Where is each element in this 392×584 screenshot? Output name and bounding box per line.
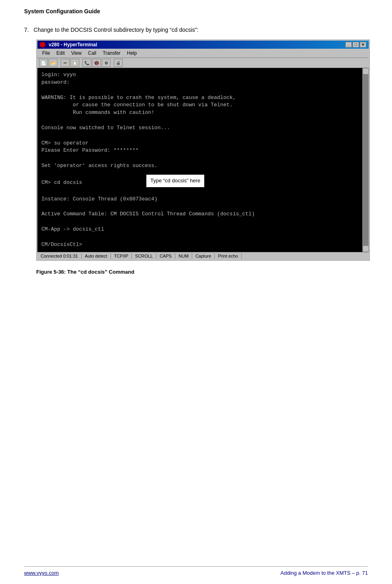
terminal-line-1: login: vyyo [41, 71, 357, 79]
annotation-text: Type “cd docsis” here [150, 177, 200, 184]
terminal-area[interactable]: login: vyyo password: WARNING: It is pos… [37, 68, 369, 252]
status-num: NUM [175, 253, 192, 259]
statusbar: Connected 0:01:31 Auto detect TCP/IP SCR… [37, 252, 369, 260]
footer-website[interactable]: www.vyyo.com [24, 570, 59, 576]
menu-help[interactable]: Help [124, 50, 140, 57]
terminal-line-11: Instance: Console Thread (0x8073eac4) [41, 196, 357, 203]
page-container: System Configuration Guide 7. Change to … [0, 0, 392, 303]
step-number: 7. [24, 27, 29, 33]
terminal-line-blank-1 [41, 87, 357, 94]
scroll-down-button[interactable]: ▼ [363, 246, 369, 252]
terminal-line-6: Console now switched to Telnet session..… [41, 124, 357, 132]
terminal-line-13: CM-App -> docsis_ctl [41, 226, 357, 233]
maximize-button[interactable]: □ [353, 42, 359, 47]
terminal-line-7: CM> su operator [41, 140, 357, 147]
menu-call[interactable]: Call [85, 50, 100, 57]
screenshot-container: v280 - HyperTerminal _ □ ✕ File Edit Vie… [36, 39, 370, 261]
page-footer: www.vyyo.com Adding a Modem to the XMTS … [24, 566, 368, 576]
terminal-content: login: vyyo password: WARNING: It is pos… [41, 71, 365, 249]
terminal-line-14: CM/DocsisCtl> [41, 241, 357, 249]
toolbar-btn-3[interactable]: ✂ [61, 59, 70, 67]
scrollbar[interactable]: ▲ ▼ [362, 68, 369, 252]
terminal-line-10: CM> cd docsis [41, 180, 85, 186]
footer-page-info: Adding a Modem to the XMTS – p. 71 [280, 570, 368, 576]
terminal-line-5: Run commands with caution! [41, 109, 357, 117]
annotation-box: Type “cd docsis” here [146, 174, 205, 188]
terminal-line-blank-3 [41, 132, 357, 140]
terminal-line-blank-2 [41, 117, 357, 124]
terminal-line-blank-9 [41, 233, 357, 241]
terminal-line-4: or cause the connection to be shut down … [41, 101, 357, 109]
toolbar-btn-4[interactable]: 📋 [70, 59, 79, 67]
menu-edit[interactable]: Edit [53, 50, 68, 57]
status-scroll: SCROLL [132, 253, 156, 259]
status-auto-detect: Auto detect [82, 253, 111, 259]
terminal-line-blank-4 [41, 155, 357, 162]
menubar: File Edit View Call Transfer Help [37, 49, 369, 58]
toolbar-btn-6[interactable]: 📵 [92, 59, 101, 67]
scroll-up-button[interactable]: ▲ [363, 68, 369, 74]
terminal-line-3: WARNING: It is possible to crash the sys… [41, 94, 357, 102]
terminal-line-blank-7 [41, 203, 357, 211]
menu-file[interactable]: File [39, 50, 53, 57]
window-controls[interactable]: _ □ ✕ [345, 42, 366, 47]
close-button[interactable]: ✕ [360, 42, 366, 47]
app-icon [40, 42, 45, 47]
terminal-line-blank-6 [41, 188, 357, 196]
terminal-line-2: password: [41, 79, 357, 87]
left-arrow-icon: ← [85, 179, 90, 187]
step-text: 7. Change to the DOCSIS Control subdirec… [24, 27, 368, 33]
terminal-line-9: Set 'operator' access rights success. [41, 162, 357, 170]
status-capture: Capture [192, 253, 215, 259]
toolbar-btn-1[interactable]: 📄 [39, 59, 48, 67]
toolbar-btn-2[interactable]: 📂 [49, 59, 57, 67]
hyperterminal-window: v280 - HyperTerminal _ □ ✕ File Edit Vie… [37, 40, 369, 260]
toolbar-btn-7[interactable]: ⚙ [102, 59, 111, 67]
titlebar-left: v280 - HyperTerminal [40, 42, 97, 47]
toolbar-btn-8[interactable]: 🖨 [114, 59, 123, 67]
toolbar: 📄 📂 ✂ 📋 📞 📵 ⚙ 🖨 [37, 58, 369, 68]
terminal-line-12: Active Command Table: CM DOCSIS Control … [41, 210, 357, 218]
menu-view[interactable]: View [68, 50, 85, 57]
terminal-cd-line-container: CM> cd docsis ← Type “cd docsis” here [41, 177, 90, 188]
page-header: System Configuration Guide [24, 8, 368, 14]
header-title: System Configuration Guide [24, 8, 100, 14]
terminal-line-8: Please Enter Password: ******** [41, 147, 357, 155]
scroll-track[interactable] [363, 74, 369, 246]
step-description: Change to the DOCSIS Control subdirector… [34, 27, 199, 33]
status-protocol: TCP/IP [111, 253, 132, 259]
window-title: v280 - HyperTerminal [49, 42, 97, 47]
titlebar: v280 - HyperTerminal _ □ ✕ [37, 41, 369, 49]
status-print-echo: Print echo [215, 253, 242, 259]
minimize-button[interactable]: _ [345, 42, 352, 47]
status-connected: Connected 0:01:31 [39, 253, 82, 259]
toolbar-btn-5[interactable]: 📞 [82, 59, 91, 67]
status-caps: CAPS [156, 253, 175, 259]
menu-transfer[interactable]: Transfer [100, 50, 124, 57]
terminal-line-blank-8 [41, 218, 357, 226]
figure-caption: Figure 5-36: The “cd docsis” Command [36, 269, 368, 275]
